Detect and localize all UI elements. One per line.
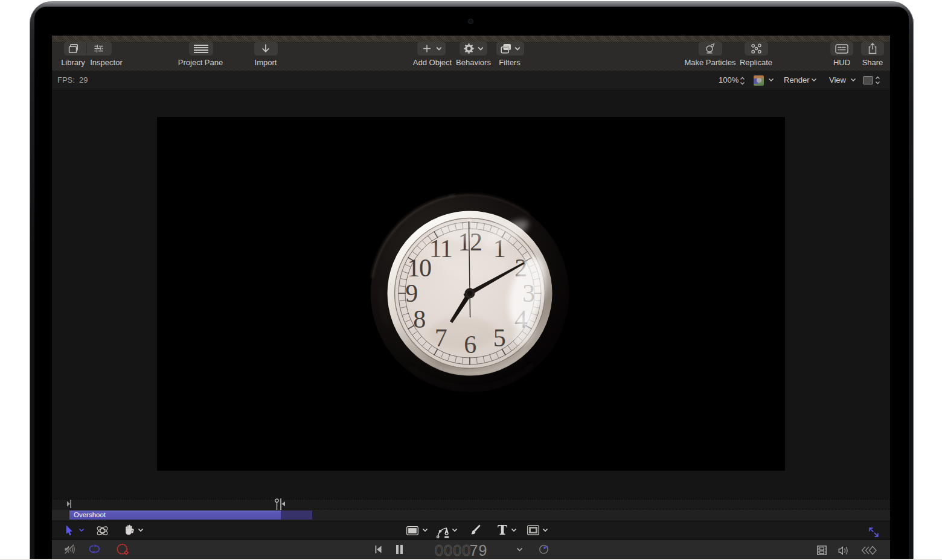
svg-text:79: 79 — [470, 542, 488, 559]
svg-text:8: 8 — [413, 305, 425, 333]
svg-text:9: 9 — [405, 279, 417, 307]
svg-text:10: 10 — [408, 254, 432, 282]
svg-text:0000: 0000 — [435, 542, 471, 559]
svg-text:5: 5 — [493, 324, 505, 352]
